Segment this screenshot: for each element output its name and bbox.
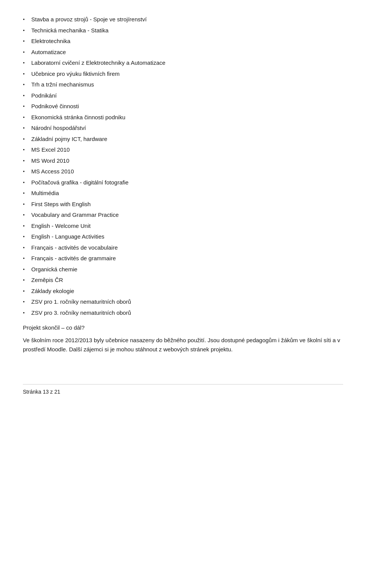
list-item-text: Stavba a provoz strojů - Spoje ve strojí… xyxy=(31,15,343,24)
list-item: ●Ekonomická stránka činnosti podniku xyxy=(23,113,343,122)
list-item: ●Trh a tržní mechanismus xyxy=(23,80,343,89)
list-item-text: Français - activités de vocabulaire xyxy=(31,244,343,252)
list-item-text: Vocabulary and Grammar Practice xyxy=(31,211,343,219)
list-item: ●English - Welcome Unit xyxy=(23,222,343,231)
list-item-text: MS Access 2010 xyxy=(31,167,343,176)
list-item: ●Počítačová grafika - digitální fotograf… xyxy=(23,178,343,187)
list-item-text: Učebnice pro výuku fiktivních firem xyxy=(31,70,343,79)
list-item-text: English - Welcome Unit xyxy=(31,222,343,231)
bullet-icon: ● xyxy=(23,126,31,130)
list-item-text: ZSV pro 1. ročníky nematuritních oborů xyxy=(31,298,343,306)
list-item-text: Organická chemie xyxy=(31,265,343,274)
list-item-text: Podnikání xyxy=(31,91,343,100)
paragraph1: Ve školním roce 2012/2013 byly učebnice … xyxy=(23,336,343,354)
list-item-text: Počítačová grafika - digitální fotografi… xyxy=(31,178,343,187)
bullet-icon: ● xyxy=(23,311,31,315)
bullet-icon: ● xyxy=(23,245,31,250)
bullet-icon: ● xyxy=(23,300,31,304)
bullet-icon: ● xyxy=(23,191,31,195)
list-item: ●Národní hospodářství xyxy=(23,124,343,133)
bullet-icon: ● xyxy=(23,82,31,87)
list-item: ●Zeměpis ČR xyxy=(23,276,343,285)
list-item-text: First Steps with English xyxy=(31,200,343,209)
list-item-text: Základy ekologie xyxy=(31,287,343,296)
list-item-text: Ekonomická stránka činnosti podniku xyxy=(31,113,343,122)
bullet-icon: ● xyxy=(23,180,31,185)
bullet-icon: ● xyxy=(23,256,31,261)
list-item: ●MS Excel 2010 xyxy=(23,146,343,154)
list-item: ●Podnikové činnosti xyxy=(23,102,343,111)
list-item: ●Stavba a provoz strojů - Spoje ve stroj… xyxy=(23,15,343,24)
footer: Stránka 13 z 21 xyxy=(23,384,343,395)
bullet-icon: ● xyxy=(23,115,31,120)
bullet-icon: ● xyxy=(23,159,31,163)
list-item: ●Elektrotechnika xyxy=(23,37,343,46)
project-end-label: Projekt skončil – co dál? xyxy=(23,323,343,332)
list-item-text: Automatizace xyxy=(31,48,343,57)
list-item: ●Multimédia xyxy=(23,189,343,198)
bullet-icon: ● xyxy=(23,28,31,33)
list-item: ●Automatizace xyxy=(23,48,343,57)
bullet-icon: ● xyxy=(23,39,31,43)
list-item: ●Organická chemie xyxy=(23,265,343,274)
list-item: ●MS Access 2010 xyxy=(23,167,343,176)
list-item: ●Français - activités de vocabulaire xyxy=(23,244,343,252)
list-item-text: Podnikové činnosti xyxy=(31,102,343,111)
list-item: ●Základní pojmy ICT, hardware xyxy=(23,135,343,144)
list-item: ●ZSV pro 1. ročníky nematuritních oborů xyxy=(23,298,343,306)
bullet-icon: ● xyxy=(23,202,31,207)
list-item-text: Technická mechanika - Statika xyxy=(31,26,343,35)
list-item-text: Národní hospodářství xyxy=(31,124,343,133)
list-item-text: Základní pojmy ICT, hardware xyxy=(31,135,343,144)
bullet-icon: ● xyxy=(23,72,31,76)
bullet-icon: ● xyxy=(23,224,31,228)
list-item: ●Základy ekologie xyxy=(23,287,343,296)
list-item-text: Laboratorní cvičení z Elektrotechniky a … xyxy=(31,59,343,67)
bullet-icon: ● xyxy=(23,104,31,109)
list-item-text: Trh a tržní mechanismus xyxy=(31,80,343,89)
bullet-icon: ● xyxy=(23,169,31,174)
bullet-icon: ● xyxy=(23,50,31,54)
list-item: ●First Steps with English xyxy=(23,200,343,209)
list-item: ●Français - activités de grammaire xyxy=(23,254,343,263)
list-item: ●English - Language Activities xyxy=(23,232,343,241)
bullet-icon: ● xyxy=(23,61,31,65)
main-content: ●Stavba a provoz strojů - Spoje ve stroj… xyxy=(23,15,343,354)
list-item-text: MS Excel 2010 xyxy=(31,146,343,154)
bullet-icon: ● xyxy=(23,278,31,282)
bullet-icon: ● xyxy=(23,234,31,239)
list-item: ●MS Word 2010 xyxy=(23,157,343,165)
list-item: ●Učebnice pro výuku fiktivních firem xyxy=(23,70,343,79)
course-list: ●Stavba a provoz strojů - Spoje ve stroj… xyxy=(23,15,343,317)
list-item: ●Vocabulary and Grammar Practice xyxy=(23,211,343,219)
bullet-icon: ● xyxy=(23,267,31,272)
list-item-text: Multimédia xyxy=(31,189,343,198)
list-item: ●ZSV pro 3. ročníky nematuritních oborů xyxy=(23,309,343,317)
list-item-text: ZSV pro 3. ročníky nematuritních oborů xyxy=(31,309,343,317)
bullet-icon: ● xyxy=(23,17,31,22)
list-item: ●Laboratorní cvičení z Elektrotechniky a… xyxy=(23,59,343,67)
list-item-text: English - Language Activities xyxy=(31,232,343,241)
project-end-block: Projekt skončil – co dál? Ve školním roc… xyxy=(23,323,343,354)
bullet-icon: ● xyxy=(23,147,31,152)
bullet-icon: ● xyxy=(23,93,31,98)
list-item: ●Technická mechanika - Statika xyxy=(23,26,343,35)
list-item-text: Elektrotechnika xyxy=(31,37,343,46)
bullet-icon: ● xyxy=(23,289,31,293)
list-item: ●Podnikání xyxy=(23,91,343,100)
list-item-text: MS Word 2010 xyxy=(31,157,343,165)
bullet-icon: ● xyxy=(23,213,31,217)
page-number: Stránka 13 z 21 xyxy=(23,389,60,395)
bullet-icon: ● xyxy=(23,137,31,141)
list-item-text: Français - activités de grammaire xyxy=(31,254,343,263)
list-item-text: Zeměpis ČR xyxy=(31,276,343,285)
